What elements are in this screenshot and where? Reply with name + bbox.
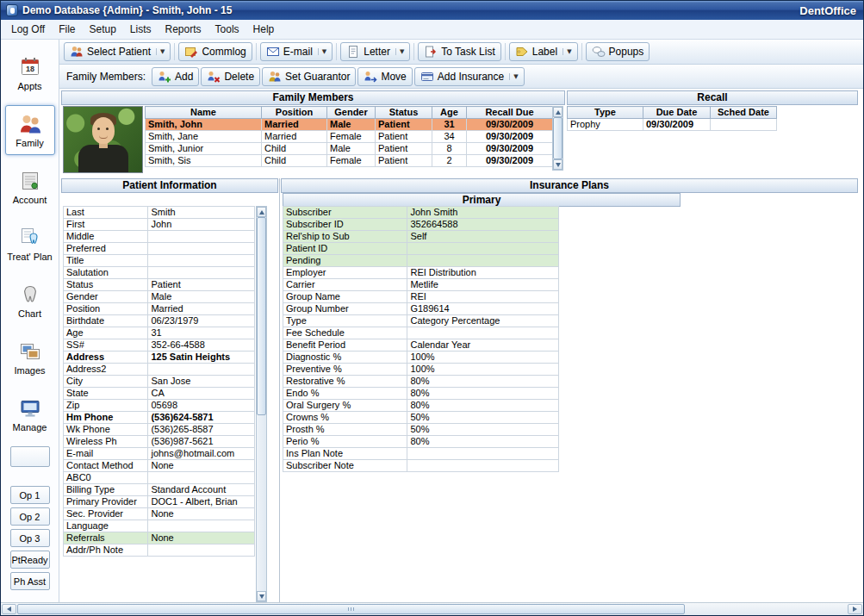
dropdown-arrow-icon[interactable]: ▼ <box>156 48 165 55</box>
insurance-row[interactable]: Prosth % 50% <box>283 424 559 436</box>
insurance-row[interactable]: Group Name REI <box>283 291 559 303</box>
patient-info-row[interactable]: Preferred <box>64 243 255 255</box>
menu-item[interactable]: Help <box>246 21 282 38</box>
scroll-right-button[interactable] <box>848 604 862 614</box>
dropdown-arrow-icon[interactable]: ▼ <box>395 48 404 55</box>
patient-info-row[interactable]: Middle <box>64 231 255 243</box>
label-button[interactable]: Label ▼ <box>509 42 578 61</box>
insurance-row[interactable]: Crowns % 50% <box>283 412 559 424</box>
move-member-button[interactable]: Move <box>357 67 412 86</box>
delete-member-button[interactable]: Delete <box>201 67 260 86</box>
dropdown-arrow-icon[interactable]: ▼ <box>318 48 326 55</box>
patient-info-row[interactable]: Salutation <box>64 267 255 279</box>
insurance-row[interactable]: Carrier Metlife <box>283 279 559 291</box>
patient-info-row[interactable]: ABC0 <box>64 472 255 484</box>
recall-row[interactable]: Prophy 09/30/2009 <box>568 119 777 131</box>
patient-info-row[interactable]: Last Smith <box>64 207 255 219</box>
popups-button[interactable]: Popups <box>586 42 650 61</box>
menu-item[interactable]: Tools <box>208 21 246 38</box>
insurance-row[interactable]: Diagnostic % 100% <box>283 352 559 364</box>
column-header[interactable]: Type <box>568 107 643 119</box>
scrollbar-thumb[interactable] <box>553 117 563 159</box>
scroll-up-button[interactable] <box>553 107 563 117</box>
menu-item[interactable]: File <box>52 21 82 38</box>
patient-info-row[interactable]: Language <box>64 520 255 532</box>
patient-info-row[interactable]: Hm Phone (536)624-5871 <box>64 412 255 424</box>
insurance-row[interactable]: Subscriber Note <box>283 460 559 472</box>
menu-item[interactable]: Setup <box>82 21 122 38</box>
insurance-row[interactable]: Employer REI Distribution <box>283 267 559 279</box>
patient-info-row[interactable]: Address2 <box>64 364 255 376</box>
patient-info-row[interactable]: Age 31 <box>64 327 255 339</box>
column-header[interactable]: Due Date <box>643 107 711 119</box>
add-member-button[interactable]: Add <box>152 67 199 86</box>
patient-info-row[interactable]: Status Patient <box>64 279 255 291</box>
sidebar-item-account[interactable]: Account <box>5 162 55 212</box>
patient-info-row[interactable]: Gender Male <box>64 291 255 303</box>
set-guarantor-button[interactable]: Set Guarantor <box>262 67 356 86</box>
scrollbar-thumb[interactable] <box>257 217 266 415</box>
patient-info-row[interactable]: Wk Phone (536)265-8587 <box>64 424 255 436</box>
operatory-button[interactable]: PtReady <box>10 551 50 569</box>
insurance-row[interactable]: Ins Plan Note <box>283 448 559 460</box>
patient-info-row[interactable]: Wireless Ph (536)987-5621 <box>64 436 255 448</box>
menu-item[interactable]: Lists <box>123 21 159 38</box>
select-patient-button[interactable]: Select Patient ▼ <box>64 42 171 61</box>
patient-info-row[interactable]: Referrals None <box>64 532 255 544</box>
operatory-button[interactable]: Op 1 <box>10 486 50 504</box>
commlog-button[interactable]: Commlog <box>178 42 252 61</box>
insurance-row[interactable]: Restorative % 80% <box>283 376 559 388</box>
family-member-row[interactable]: Smith, John Married Male Patient 31 09/3… <box>146 119 553 131</box>
column-header[interactable]: Name <box>146 107 262 119</box>
column-header[interactable]: Status <box>376 107 432 119</box>
operatory-button[interactable] <box>10 446 50 467</box>
family-member-row[interactable]: Smith, Jane Married Female Patient 34 09… <box>146 131 553 143</box>
dropdown-arrow-icon[interactable]: ▼ <box>509 73 518 80</box>
patient-info-row[interactable]: SS# 352-66-4588 <box>64 339 255 352</box>
insurance-row[interactable]: Patient ID <box>283 243 559 255</box>
patient-info-row[interactable]: City San Jose <box>64 376 255 388</box>
patient-info-row[interactable]: Addr/Ph Note <box>64 544 255 557</box>
insurance-row[interactable]: Endo % 80% <box>283 388 559 400</box>
family-member-row[interactable]: Smith, Junior Child Male Patient 8 09/30… <box>146 143 553 155</box>
scroll-down-button[interactable] <box>553 159 563 170</box>
patient-info-row[interactable]: Title <box>64 255 255 267</box>
insurance-row[interactable]: Subscriber John Smith <box>283 207 559 219</box>
patient-info-row[interactable]: Primary Provider DOC1 - Albert, Brian <box>64 496 255 508</box>
family-member-row[interactable]: Smith, Sis Child Female Patient 2 09/30/… <box>146 155 553 167</box>
scroll-up-button[interactable] <box>257 207 266 217</box>
dropdown-arrow-icon[interactable]: ▼ <box>563 48 571 55</box>
insurance-row[interactable]: Group Number G189614 <box>283 303 559 315</box>
insurance-row[interactable]: Preventive % 100% <box>283 364 559 376</box>
insurance-row[interactable]: Pending <box>283 255 559 267</box>
operatory-button[interactable]: Ph Asst <box>10 572 50 590</box>
sidebar-item-family[interactable]: Family <box>5 105 55 155</box>
sidebar-item-chart[interactable]: Chart <box>5 276 55 326</box>
sidebar-item-manage[interactable]: Manage <box>5 389 55 439</box>
column-header[interactable]: Position <box>262 107 327 119</box>
to-task-list-button[interactable]: To Task List <box>418 42 500 61</box>
patient-info-row[interactable]: First John <box>64 219 255 231</box>
operatory-button[interactable]: Op 2 <box>10 507 50 526</box>
insurance-row[interactable]: Subscriber ID 352664588 <box>283 219 559 231</box>
patient-info-row[interactable]: Billing Type Standard Account <box>64 484 255 496</box>
column-header[interactable]: Recall Due <box>467 107 553 119</box>
sidebar-item-images[interactable]: Images <box>5 333 55 383</box>
patient-info-row[interactable]: State CA <box>64 388 255 400</box>
sidebar-item-treat-plan[interactable]: Treat' Plan <box>5 219 55 269</box>
insurance-row[interactable]: Perio % 80% <box>283 436 559 448</box>
patient-info-row[interactable]: Contact Method None <box>64 460 255 472</box>
insurance-row[interactable]: Oral Surgery % 80% <box>283 400 559 412</box>
insurance-row[interactable]: Type Category Percentage <box>283 315 559 327</box>
menu-item[interactable]: Log Off <box>4 21 52 38</box>
patient-info-row[interactable]: Zip 05698 <box>64 400 255 412</box>
email-button[interactable]: E-mail ▼ <box>260 42 333 61</box>
patient-info-row[interactable]: Sec. Provider None <box>64 508 255 520</box>
operatory-button[interactable]: Op 3 <box>10 529 50 547</box>
column-header[interactable]: Sched Date <box>711 107 777 119</box>
scroll-down-button[interactable] <box>257 591 266 601</box>
letter-button[interactable]: Letter ▼ <box>340 42 410 61</box>
insurance-row[interactable]: Fee Schedule <box>283 327 559 339</box>
insurance-row[interactable]: Rel'ship to Sub Self <box>283 231 559 243</box>
patient-info-row[interactable]: Address 125 Satin Heights <box>64 352 255 364</box>
